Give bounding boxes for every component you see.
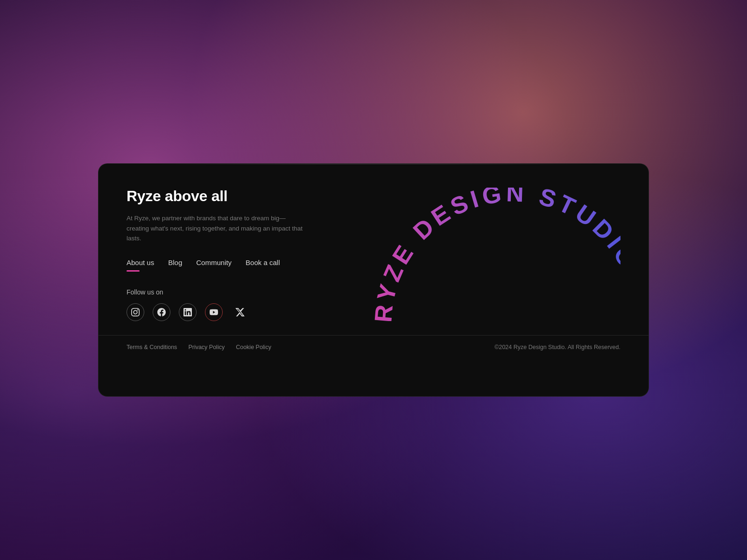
nav-community[interactable]: Community	[196, 259, 232, 266]
cookie-link[interactable]: Cookie Policy	[236, 344, 271, 350]
left-section: Ryze above all At Ryze, we partner with …	[127, 188, 351, 321]
copyright: ©2024 Ryze Design Studio. All Rights Res…	[494, 344, 620, 350]
footer-links: Terms & Conditions Privacy Policy Cookie…	[127, 344, 271, 350]
page-heading: Ryze above all	[127, 188, 351, 205]
linkedin-icon[interactable]	[179, 303, 197, 321]
youtube-icon[interactable]	[205, 303, 223, 321]
social-icons-group	[127, 303, 351, 321]
instagram-icon[interactable]	[127, 303, 144, 321]
privacy-link[interactable]: Privacy Policy	[188, 344, 225, 350]
nav-book-a-call[interactable]: Book a call	[246, 259, 280, 266]
nav-about-us[interactable]: About us	[127, 259, 154, 266]
main-card: Ryze above all At Ryze, we partner with …	[98, 163, 649, 397]
terms-link[interactable]: Terms & Conditions	[127, 344, 177, 350]
page-description: At Ryze, we partner with brands that dar…	[127, 213, 304, 244]
accent-line	[127, 270, 140, 272]
follow-label: Follow us on	[127, 288, 351, 296]
nav-links: About us Blog Community Book a call	[127, 259, 351, 266]
x-twitter-icon[interactable]	[231, 303, 249, 321]
svg-text:RYZE DESIGN STUDIO.: RYZE DESIGN STUDIO.	[369, 188, 620, 321]
facebook-icon[interactable]	[153, 303, 170, 321]
circular-text-container: RYZE DESIGN STUDIO. RYZE DESIG	[351, 188, 620, 321]
right-section: RYZE DESIGN STUDIO. RYZE DESIG	[351, 188, 620, 321]
nav-blog[interactable]: Blog	[168, 259, 182, 266]
footer: Terms & Conditions Privacy Policy Cookie…	[99, 335, 648, 359]
